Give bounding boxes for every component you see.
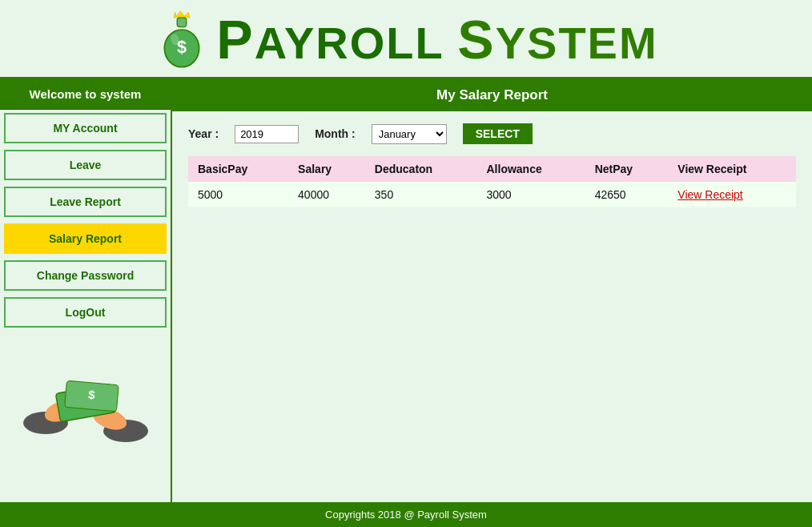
sidebar-item-my-account[interactable]: MY Account <box>4 113 167 143</box>
cell-salary: 40000 <box>288 182 365 207</box>
sidebar-item-change-password[interactable]: Change Password <box>4 260 167 291</box>
main-layout: Welcome to system MY Account Leave Leave… <box>0 79 812 502</box>
svg-rect-2 <box>178 18 187 27</box>
cell-net-pay: 42650 <box>585 182 669 207</box>
sidebar-item-salary-report[interactable]: Salary Report <box>4 223 167 254</box>
sidebar-header: Welcome to system <box>0 79 171 110</box>
year-label: Year : <box>188 127 219 140</box>
svg-marker-0 <box>174 10 190 17</box>
page-footer: Copyrights 2018 @ Payroll System <box>0 502 812 527</box>
year-input[interactable] <box>235 125 299 143</box>
sidebar-item-leave[interactable]: Leave <box>4 150 167 180</box>
month-label: Month : <box>315 127 356 140</box>
copyright-text: Copyrights 2018 @ Payroll System <box>325 509 487 521</box>
col-allowance: Allowance <box>477 156 585 182</box>
money-bag-icon: $ <box>154 10 210 70</box>
month-select[interactable]: January February March April May June Ju… <box>372 124 447 144</box>
col-net-pay: NetPay <box>585 156 669 182</box>
select-button[interactable]: SELECT <box>463 123 533 144</box>
col-view-receipt: View Receipt <box>668 156 796 182</box>
cell-basic-pay: 5000 <box>188 182 288 207</box>
sidebar: Welcome to system MY Account Leave Leave… <box>0 79 172 502</box>
cell-deduction: 350 <box>365 182 477 207</box>
filter-row: Year : Month : January February March Ap… <box>188 123 796 144</box>
col-deduction: Deducaton <box>365 156 477 182</box>
salary-table: BasicPay Salary Deducaton Allowance NetP… <box>188 156 796 207</box>
content-body: Year : Month : January February March Ap… <box>172 111 812 502</box>
table-header-row: BasicPay Salary Deducaton Allowance NetP… <box>188 156 796 182</box>
cell-allowance: 3000 <box>477 182 585 207</box>
sidebar-item-leave-report[interactable]: Leave Report <box>4 187 167 217</box>
col-salary: Salary <box>288 156 365 182</box>
sidebar-item-logout[interactable]: LogOut <box>4 297 167 328</box>
view-receipt-link[interactable]: View Receipt <box>677 188 742 201</box>
page-header: $ PAYROLL SYSTEM <box>0 0 812 79</box>
col-basic-pay: BasicPay <box>188 156 288 182</box>
money-hands-image: $ $ <box>22 347 150 443</box>
cell-view-receipt[interactable]: View Receipt <box>668 182 796 207</box>
site-title: PAYROLL SYSTEM <box>216 8 657 70</box>
logo-container: $ PAYROLL SYSTEM <box>0 8 812 70</box>
content-area: My Salary Report Year : Month : January … <box>172 79 812 502</box>
content-header: My Salary Report <box>172 79 812 111</box>
table-row: 5000 40000 350 3000 42650 View Receipt <box>188 182 796 207</box>
